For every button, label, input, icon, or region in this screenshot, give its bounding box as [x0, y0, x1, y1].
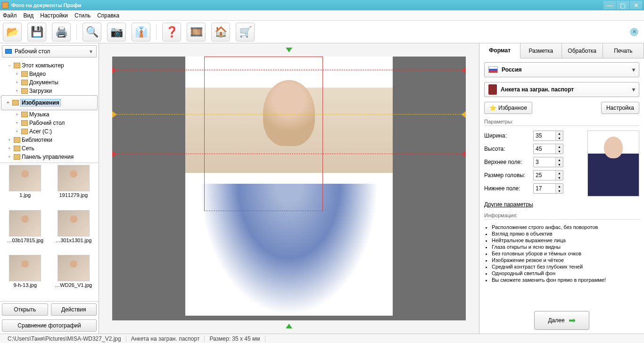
country-label: Россия [502, 66, 522, 73]
thumbnail-item[interactable]: 9-h-13.jpg [3, 255, 48, 299]
left-panel: Рабочий стол ▼ −Этот компьютер+Видео+Док… [0, 43, 99, 334]
param-input[interactable] [534, 131, 555, 140]
spinner[interactable]: ▲▼ [533, 183, 563, 194]
preview-thumbnail [587, 131, 639, 196]
tab-processing[interactable]: Обработка [562, 43, 603, 58]
tree-node[interactable]: +Видео [1, 70, 98, 78]
marker-left-icon[interactable] [112, 151, 117, 157]
status-doc: Анкета на загран. паспорт [126, 335, 205, 342]
marker-left-icon[interactable] [112, 111, 117, 118]
thumbnail-item[interactable]: …03b17815.jpg [3, 210, 48, 254]
camera-icon[interactable]: 📷 [107, 23, 126, 41]
spinner[interactable]: ▲▼ [533, 170, 563, 180]
close-button[interactable]: ✕ [630, 1, 642, 9]
marker-left-icon[interactable] [112, 67, 117, 74]
tree-node[interactable]: +Рабочий стол [1, 119, 98, 127]
thumbnail-grid[interactable]: 1.jpg1911279.jpg…03b17815.jpg…301x1301.j… [0, 163, 99, 302]
tree-node[interactable]: +Документы [1, 78, 98, 87]
panel-close-icon[interactable]: ✕ [630, 28, 638, 36]
marker-right-icon[interactable] [461, 151, 466, 157]
favorite-button[interactable]: ⭐Избранное [484, 102, 532, 114]
location-combo[interactable]: Рабочий стол ▼ [2, 45, 97, 57]
suit-icon[interactable]: 👔 [132, 23, 150, 41]
marker-right-icon[interactable] [461, 67, 466, 74]
crop-frame[interactable] [204, 57, 323, 211]
spinner[interactable]: ▲▼ [533, 144, 563, 154]
country-select[interactable]: Россия ▾ [484, 62, 639, 77]
thumbnail-item[interactable]: …301x1301.jpg [51, 210, 96, 254]
thumbnail-item[interactable]: 1911279.jpg [51, 165, 96, 209]
params-title: Параметры: [484, 119, 639, 126]
canvas-area [99, 43, 479, 334]
spinner[interactable]: ▲▼ [533, 157, 563, 167]
open-folder-icon[interactable]: 📂 [3, 23, 22, 41]
tab-format[interactable]: Формат [479, 43, 520, 58]
tree-node[interactable]: +Загрузки [1, 87, 98, 95]
menu-settings[interactable]: Настройки [40, 12, 68, 19]
param-row: Верхнее поле:▲▼ [484, 157, 583, 167]
zoom-icon[interactable]: 🔍 [83, 23, 101, 41]
video-icon[interactable]: 🎞️ [187, 23, 206, 41]
tabs: Формат Разметка Обработка Печать [479, 43, 644, 58]
actions-button[interactable]: Действия [51, 303, 97, 316]
photo-canvas[interactable] [112, 57, 466, 320]
param-row: Размер головы:▲▼ [484, 170, 583, 180]
minimize-button[interactable]: ― [603, 1, 616, 9]
spinner[interactable]: ▲▼ [533, 131, 563, 141]
tab-layout[interactable]: Разметка [520, 43, 561, 58]
help-icon[interactable]: ❓ [162, 23, 181, 41]
passport-icon [488, 84, 497, 95]
info-item: Глаза открыты и ясно видны [492, 244, 639, 250]
statusbar: C:\Users\Таня\Pictures\MISA-WD327_V2.jpg… [0, 334, 644, 343]
thumbnail-item[interactable]: …WD26_V1.jpg [51, 255, 96, 299]
guide-top[interactable] [112, 70, 466, 70]
home-icon[interactable]: 🏠 [211, 23, 230, 41]
info-item: Средний контраст без глубоких теней [492, 264, 639, 270]
tree-node[interactable]: +Панель управления [1, 153, 98, 161]
other-params-link[interactable]: Другие параметры [484, 201, 639, 208]
guide-chin[interactable] [112, 154, 466, 154]
arrow-right-icon: ➡ [569, 315, 576, 326]
separator [156, 24, 157, 40]
menu-view[interactable]: Вид [24, 12, 34, 19]
tree-node[interactable]: +Acer (C:) [1, 127, 98, 136]
star-icon: ⭐ [489, 105, 496, 111]
menu-help[interactable]: Справка [97, 12, 119, 19]
compare-button[interactable]: Сравнение фотографий [2, 319, 97, 332]
maximize-button[interactable]: ▢ [617, 1, 629, 9]
param-row: Нижнее поле:▲▼ [484, 183, 583, 194]
titlebar: Фото на документы Профи ― ▢ ✕ [0, 0, 644, 10]
param-input[interactable] [534, 144, 555, 154]
tree-node[interactable]: +Сеть [1, 144, 98, 153]
param-row: Ширина:▲▼ [484, 131, 583, 141]
open-button[interactable]: Открыть [2, 303, 48, 316]
menu-file[interactable]: Файл [3, 12, 17, 19]
tree-node[interactable]: +Изображения [1, 95, 98, 110]
next-button[interactable]: Далее ➡ [534, 311, 589, 330]
guide-eyes[interactable] [112, 114, 466, 114]
cart-icon[interactable]: 🛒 [236, 23, 255, 41]
doctype-label: Анкета на загран. паспорт [501, 86, 574, 93]
doctype-select[interactable]: Анкета на загран. паспорт ▾ [484, 82, 639, 97]
thumbnail-item[interactable]: 1.jpg [3, 165, 48, 209]
print-icon[interactable]: 🖨️ [52, 23, 71, 41]
marker-right-icon[interactable] [461, 111, 466, 118]
toolbar: 📂 💾 🖨️ 🔍 📷 👔 ❓ 🎞️ 🏠 🛒 ✕ [0, 21, 644, 43]
menu-style[interactable]: Стиль [74, 12, 91, 19]
tab-print[interactable]: Печать [603, 43, 644, 58]
param-input[interactable] [534, 157, 555, 167]
app-icon [2, 2, 8, 8]
desktop-icon [5, 49, 12, 54]
param-input[interactable] [534, 171, 555, 180]
info-item: Изображение резкое и чёткое [492, 257, 639, 263]
top-marker-icon[interactable] [286, 48, 292, 52]
setup-button[interactable]: Настройка [601, 102, 639, 114]
tree-node[interactable]: +Библиотеки [1, 136, 98, 144]
bottom-marker-icon[interactable] [286, 324, 292, 328]
tree-node[interactable]: −Этот компьютер [1, 61, 98, 70]
info-item: Взгляд прямо в объектив [492, 231, 639, 237]
folder-tree[interactable]: −Этот компьютер+Видео+Документы+Загрузки… [0, 59, 99, 163]
save-icon[interactable]: 💾 [27, 23, 46, 41]
param-input[interactable] [534, 184, 555, 193]
tree-node[interactable]: +Музыка [1, 110, 98, 119]
